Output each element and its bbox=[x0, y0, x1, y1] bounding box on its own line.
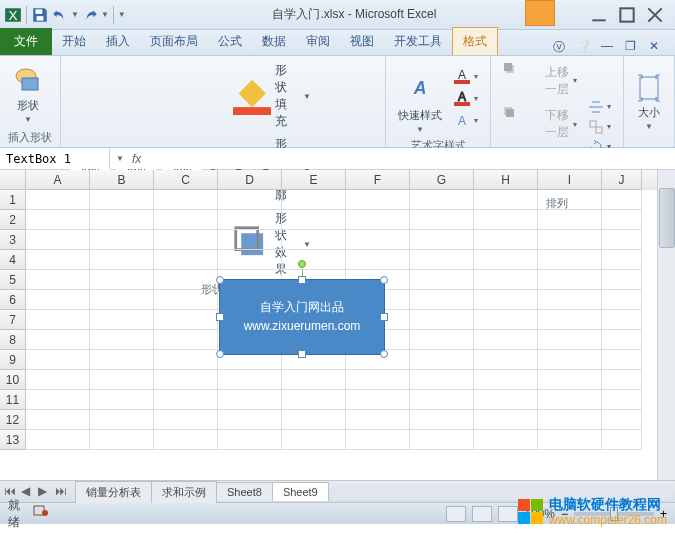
row-header[interactable]: 6 bbox=[0, 290, 26, 310]
col-header[interactable]: G bbox=[410, 170, 474, 190]
cell[interactable] bbox=[346, 430, 410, 450]
textbox-shape[interactable]: 自学入门网出品 www.zixuerumen.com bbox=[219, 279, 385, 355]
cell[interactable] bbox=[346, 230, 410, 250]
cell[interactable] bbox=[154, 410, 218, 430]
workbook-restore-icon[interactable]: ❐ bbox=[625, 39, 641, 55]
macro-record-icon[interactable] bbox=[33, 503, 437, 524]
cell[interactable] bbox=[154, 370, 218, 390]
cell[interactable] bbox=[410, 210, 474, 230]
cell[interactable] bbox=[410, 310, 474, 330]
col-header[interactable]: D bbox=[218, 170, 282, 190]
resize-handle-l[interactable] bbox=[216, 313, 224, 321]
cell[interactable] bbox=[90, 410, 154, 430]
cell[interactable] bbox=[26, 190, 90, 210]
select-all-corner[interactable] bbox=[0, 170, 26, 190]
cell[interactable] bbox=[346, 370, 410, 390]
cell[interactable] bbox=[474, 370, 538, 390]
help-icon[interactable]: ❔ bbox=[577, 39, 593, 55]
cell[interactable] bbox=[282, 210, 346, 230]
undo-icon[interactable] bbox=[51, 6, 69, 24]
cell[interactable] bbox=[410, 410, 474, 430]
vertical-scrollbar[interactable] bbox=[657, 170, 675, 480]
cell[interactable] bbox=[474, 210, 538, 230]
cell[interactable] bbox=[26, 350, 90, 370]
cell[interactable] bbox=[410, 230, 474, 250]
quick-styles-button[interactable]: A 快速样式▼ bbox=[394, 60, 446, 136]
cell[interactable] bbox=[90, 230, 154, 250]
resize-handle-t[interactable] bbox=[298, 276, 306, 284]
bring-forward-button[interactable]: 上移一层▾ bbox=[499, 60, 581, 102]
cell[interactable] bbox=[218, 410, 282, 430]
cell[interactable] bbox=[154, 290, 218, 310]
cell[interactable] bbox=[346, 390, 410, 410]
sheet-nav-prev[interactable]: ◀ bbox=[21, 484, 37, 500]
row-header[interactable]: 5 bbox=[0, 270, 26, 290]
text-fill-button[interactable]: A▾ bbox=[450, 66, 482, 86]
cell[interactable] bbox=[538, 290, 602, 310]
text-effects-button[interactable]: A▾ bbox=[450, 110, 482, 130]
cell[interactable] bbox=[410, 430, 474, 450]
cell[interactable] bbox=[474, 190, 538, 210]
name-box[interactable]: TextBox 1 bbox=[0, 148, 110, 169]
minimize-ribbon-icon[interactable]: ⓥ bbox=[553, 39, 569, 55]
cell[interactable] bbox=[154, 250, 218, 270]
col-header[interactable]: A bbox=[26, 170, 90, 190]
cell[interactable] bbox=[26, 410, 90, 430]
cell[interactable] bbox=[90, 250, 154, 270]
resize-handle-tl[interactable] bbox=[216, 276, 224, 284]
cell[interactable] bbox=[346, 250, 410, 270]
cell[interactable] bbox=[154, 190, 218, 210]
cell[interactable] bbox=[154, 210, 218, 230]
cell[interactable] bbox=[602, 190, 642, 210]
cell[interactable] bbox=[282, 390, 346, 410]
cell[interactable] bbox=[218, 370, 282, 390]
close-button[interactable] bbox=[647, 7, 663, 23]
cell[interactable] bbox=[282, 190, 346, 210]
cell[interactable] bbox=[218, 390, 282, 410]
cell[interactable] bbox=[154, 310, 218, 330]
col-header[interactable]: E bbox=[282, 170, 346, 190]
cell[interactable] bbox=[282, 230, 346, 250]
cell[interactable] bbox=[346, 210, 410, 230]
view-pagebreak-button[interactable] bbox=[498, 506, 518, 522]
cell[interactable] bbox=[474, 390, 538, 410]
shape-fill-button[interactable]: 形状填充▼ bbox=[229, 60, 315, 132]
row-header[interactable]: 2 bbox=[0, 210, 26, 230]
tab-data[interactable]: 数据 bbox=[252, 28, 296, 55]
cell[interactable] bbox=[538, 390, 602, 410]
cell[interactable] bbox=[90, 210, 154, 230]
cell[interactable] bbox=[538, 270, 602, 290]
row-header[interactable]: 7 bbox=[0, 310, 26, 330]
cell[interactable] bbox=[90, 330, 154, 350]
cell[interactable] bbox=[538, 410, 602, 430]
resize-handle-r[interactable] bbox=[380, 313, 388, 321]
cell[interactable] bbox=[90, 270, 154, 290]
group-button[interactable]: ▾ bbox=[585, 118, 615, 136]
text-outline-button[interactable]: A▾ bbox=[450, 88, 482, 108]
cell[interactable] bbox=[26, 330, 90, 350]
drawing-tools-context-tab[interactable] bbox=[525, 0, 555, 26]
cell[interactable] bbox=[346, 410, 410, 430]
redo-icon[interactable] bbox=[81, 6, 99, 24]
qat-customize[interactable]: ▼ bbox=[118, 10, 126, 19]
cell[interactable] bbox=[90, 350, 154, 370]
cell[interactable] bbox=[282, 250, 346, 270]
undo-dropdown[interactable]: ▼ bbox=[71, 10, 79, 19]
cell[interactable] bbox=[602, 350, 642, 370]
sheet-nav-last[interactable]: ⏭ bbox=[55, 484, 71, 500]
formula-bar[interactable] bbox=[149, 148, 669, 169]
fx-label[interactable]: fx bbox=[132, 152, 141, 166]
fx-expand[interactable]: ▼ bbox=[116, 154, 124, 163]
cell[interactable] bbox=[90, 430, 154, 450]
cell[interactable] bbox=[602, 390, 642, 410]
maximize-button[interactable] bbox=[619, 7, 635, 23]
send-backward-button[interactable]: 下移一层▾ bbox=[499, 104, 581, 146]
view-normal-button[interactable] bbox=[446, 506, 466, 522]
tab-format[interactable]: 格式 bbox=[452, 27, 498, 55]
cell[interactable] bbox=[154, 390, 218, 410]
col-header[interactable]: H bbox=[474, 170, 538, 190]
cell[interactable] bbox=[218, 430, 282, 450]
cell[interactable] bbox=[602, 330, 642, 350]
row-header[interactable]: 4 bbox=[0, 250, 26, 270]
cell[interactable] bbox=[26, 270, 90, 290]
